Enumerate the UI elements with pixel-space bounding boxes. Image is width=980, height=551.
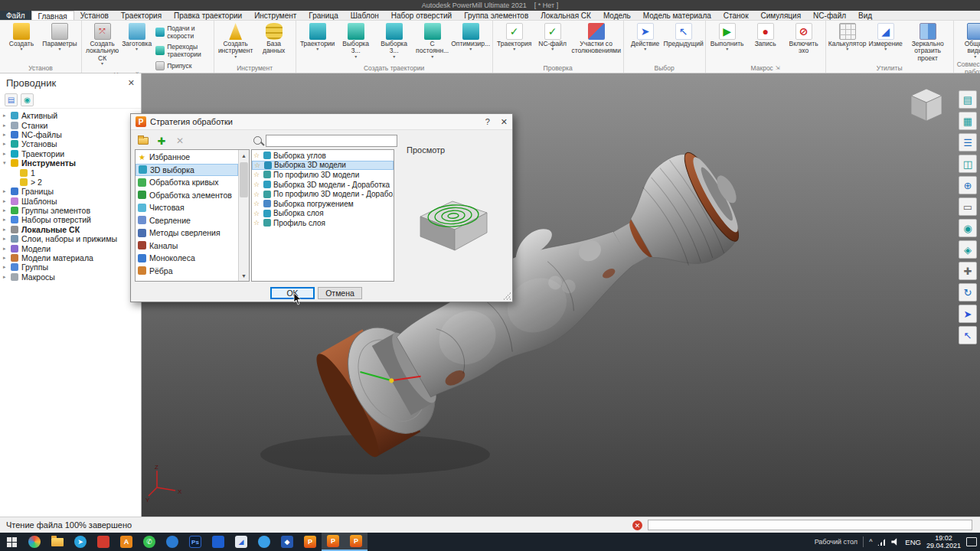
delete-strategy-button[interactable]: ✕ bbox=[172, 134, 188, 148]
resize-grip[interactable] bbox=[503, 292, 511, 300]
expander-icon[interactable]: ▾ bbox=[3, 160, 11, 166]
pan-tool-icon[interactable]: ✚ bbox=[959, 262, 977, 280]
tab-stock-model[interactable]: Модель материала bbox=[637, 11, 717, 20]
tree-item-nc-files[interactable]: ▸NC-файлы bbox=[0, 130, 141, 139]
tab-machine[interactable]: Станок bbox=[717, 11, 755, 20]
tab-view[interactable]: Вид bbox=[852, 11, 878, 20]
tree-item-machines[interactable]: ▸Станки bbox=[0, 120, 141, 129]
strategy-slice-area-clearance[interactable]: ☆Выборка слоя bbox=[252, 209, 394, 219]
category-feature-machining[interactable]: Обработка элементов bbox=[136, 189, 238, 202]
tree-item-stock-models[interactable]: ▸Модели материала bbox=[0, 253, 141, 262]
strategy-slice-profile[interactable]: ☆Профиль слоя bbox=[252, 218, 394, 228]
tool-database-button[interactable]: База данных bbox=[256, 22, 292, 56]
tree-item-boundaries[interactable]: ▸Границы bbox=[0, 187, 141, 196]
shade-tool-icon[interactable]: ◉ bbox=[959, 219, 977, 237]
category-favourites[interactable]: ★Избранное bbox=[136, 151, 238, 164]
tree-item-workplanes[interactable]: ▸Локальные СК bbox=[0, 225, 141, 234]
zoom-in-tool-icon[interactable]: ⊕ bbox=[959, 176, 977, 194]
tree-item-tool-2[interactable]: > 2 bbox=[0, 178, 141, 187]
collision-areas-button[interactable]: Участки со столкновениями bbox=[573, 22, 620, 56]
strategy-search-input[interactable] bbox=[266, 135, 397, 147]
expander-icon[interactable]: ▸ bbox=[3, 236, 11, 242]
expander-icon[interactable]: ▸ bbox=[3, 264, 11, 270]
tab-toolpath[interactable]: Траектория bbox=[115, 11, 168, 20]
category-finishing[interactable]: Чистовая bbox=[136, 201, 238, 214]
expander-icon[interactable]: ▸ bbox=[3, 217, 11, 223]
tab-boundary[interactable]: Граница bbox=[302, 11, 344, 20]
view-cube[interactable] bbox=[905, 84, 948, 127]
start-button[interactable] bbox=[0, 533, 23, 551]
tab-feature-group[interactable]: Группа элементов bbox=[458, 11, 534, 20]
taskbar-search-button[interactable] bbox=[23, 533, 46, 551]
cursor-tool-icon[interactable]: ➤ bbox=[959, 305, 977, 323]
verify-toolpath-button[interactable]: ✓ Траектория bbox=[496, 22, 533, 51]
taskbar-orange-a-button[interactable]: A bbox=[115, 533, 138, 551]
leads-links-button[interactable]: Переходы траектории bbox=[154, 42, 211, 59]
tree-item-hole-sets[interactable]: ▸Наборы отверстий bbox=[0, 215, 141, 224]
block-button[interactable]: Заготовка bbox=[121, 22, 152, 51]
levels-tool-icon[interactable]: ▤ bbox=[959, 90, 977, 109]
setup-parameters-button[interactable]: Параметры bbox=[41, 22, 78, 51]
macro-echo-button[interactable]: ⊘ Включить эхо bbox=[786, 22, 822, 56]
previous-button[interactable]: ↖ Предыдущий bbox=[665, 22, 702, 48]
list-tool-icon[interactable]: ☰ bbox=[959, 133, 977, 152]
tab-file[interactable]: Файл bbox=[0, 11, 31, 20]
select-tool-icon[interactable]: ↖ bbox=[959, 326, 977, 344]
expander-icon[interactable]: ▸ bbox=[3, 132, 11, 138]
strategy-model-area-clearance[interactable]: ☆Выборка 3D модели bbox=[252, 161, 394, 171]
tab-setup[interactable]: Установ bbox=[74, 11, 115, 20]
network-icon[interactable] bbox=[877, 538, 886, 546]
zoom-window-tool-icon[interactable]: ▭ bbox=[959, 197, 977, 216]
tree-item-feature-groups[interactable]: ▸Группы элементов bbox=[0, 206, 141, 215]
measure-button[interactable]: ◢ Измерение bbox=[867, 22, 904, 51]
expander-icon[interactable]: ▸ bbox=[3, 207, 11, 214]
clock[interactable]: 19:02 29.04.2021 bbox=[926, 534, 961, 550]
taskbar-whatsapp-button[interactable]: ✆ bbox=[138, 533, 161, 551]
macro-record-button[interactable]: ● Запись bbox=[747, 22, 784, 48]
explorer-list-icon[interactable]: ▤ bbox=[5, 93, 18, 106]
tree-item-toolpaths[interactable]: ▸Траектории bbox=[0, 149, 141, 158]
verify-ncfile-button[interactable]: ✓ NC-файл bbox=[534, 22, 571, 51]
dialog-titlebar[interactable]: P Стратегия обработки ? ✕ bbox=[131, 114, 512, 130]
feeds-speeds-button[interactable]: Подачи и скорости bbox=[154, 24, 211, 41]
tree-item-active[interactable]: ▸Активный bbox=[0, 111, 141, 120]
area-clearance-2-button[interactable]: Выборка 3... bbox=[376, 22, 413, 59]
expander-icon[interactable]: ▸ bbox=[3, 198, 11, 204]
expander-icon[interactable]: ▸ bbox=[3, 246, 11, 252]
category-ribs[interactable]: Рёбра bbox=[136, 265, 238, 278]
ok-button[interactable]: OK bbox=[270, 287, 315, 299]
expander-icon[interactable]: ▸ bbox=[3, 151, 11, 157]
action-button[interactable]: ➤ Действие bbox=[627, 22, 664, 51]
create-workplane-button[interactable]: ⤱ Создать локальную СК bbox=[85, 22, 119, 66]
views-tool-icon[interactable]: ◫ bbox=[959, 155, 977, 173]
tab-toolpath-edit[interactable]: Правка траектории bbox=[168, 11, 248, 20]
expander-icon[interactable]: ▸ bbox=[3, 122, 11, 129]
taskbar-powermill-3-button[interactable]: P bbox=[345, 533, 368, 551]
tab-main[interactable]: Главная bbox=[31, 11, 74, 20]
desktop-label[interactable]: Рабочий стол bbox=[815, 538, 858, 546]
area-clearance-button[interactable]: Выборка 3... bbox=[338, 22, 374, 59]
add-strategy-button[interactable]: ✚ bbox=[154, 134, 169, 148]
expander-icon[interactable]: ▸ bbox=[3, 141, 11, 147]
grid-tool-icon[interactable]: ▦ bbox=[959, 112, 977, 130]
tab-pattern[interactable]: Шаблон bbox=[345, 11, 385, 20]
expander-icon[interactable]: ▸ bbox=[3, 274, 11, 280]
strategy-model-profile[interactable]: ☆По профилю 3D модели bbox=[252, 170, 394, 180]
create-tool-button[interactable]: Создать инструмент bbox=[217, 22, 254, 59]
constant-z-button[interactable]: С постоянн... bbox=[414, 22, 451, 59]
thickness-button[interactable]: Припуск bbox=[154, 60, 211, 71]
optimized-button[interactable]: Оптимизир... bbox=[452, 22, 489, 51]
taskbar-blue-circle-button[interactable] bbox=[161, 533, 184, 551]
category-drilling[interactable]: Сверление bbox=[136, 214, 238, 227]
taskbar-blue-circle-2-button[interactable] bbox=[253, 533, 276, 551]
tree-item-setups[interactable]: ▸Установы bbox=[0, 139, 141, 148]
strategy-plunge-milling[interactable]: ☆Выборка погружением bbox=[252, 199, 394, 209]
dialog-close-button[interactable]: ✕ bbox=[501, 117, 508, 127]
rotate-tool-icon[interactable]: ↻ bbox=[959, 283, 977, 302]
tab-workplane[interactable]: Локальная СК bbox=[534, 11, 597, 20]
strategy-model-rest-area-clearance[interactable]: ☆Выборка 3D модели - Доработка bbox=[252, 180, 394, 190]
block-tool-icon[interactable]: ◈ bbox=[959, 240, 977, 259]
macro-dialog-launcher-icon[interactable]: ⇲ bbox=[776, 65, 780, 71]
create-setup-button[interactable]: Создать bbox=[3, 22, 40, 51]
category-ports[interactable]: Каналы bbox=[136, 240, 238, 253]
